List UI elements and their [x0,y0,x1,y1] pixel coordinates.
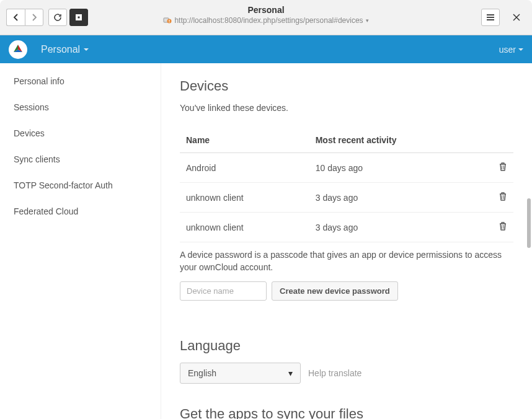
reload-button[interactable] [48,9,67,26]
browser-chrome: Personal http://localhost:8080/index.php… [0,0,532,35]
trash-icon[interactable] [499,162,507,174]
table-row: unknown client 3 days ago [180,183,513,213]
scrollbar-thumb[interactable] [527,198,531,248]
devices-section-title: Devices [180,78,513,94]
device-name-cell: Android [180,153,309,183]
device-activity-cell: 3 days ago [309,213,482,242]
sidebar-item-devices[interactable]: Devices [0,120,161,146]
device-password-note: A device password is a passcode that giv… [180,249,513,274]
col-action [482,128,513,153]
user-label: user [499,45,516,55]
caret-down-icon: ▾ [288,368,293,378]
app-logo[interactable] [9,40,27,59]
svg-rect-5 [169,22,170,22]
home-button[interactable] [69,9,88,26]
url-text: http://localhost:8080/index.php/settings… [174,16,363,25]
nav-label: Personal [41,44,80,55]
security-warning-icon [163,16,172,25]
apps-section-title: Get the apps to sync your files [180,406,513,419]
language-select[interactable]: English ▾ [180,363,301,384]
caret-down-icon [84,48,89,51]
trash-icon[interactable] [499,221,507,233]
sidebar: Personal info Sessions Devices Sync clie… [0,63,161,419]
help-translate-link[interactable]: Help translate [308,368,361,378]
svg-rect-2 [164,18,169,22]
device-activity-cell: 3 days ago [309,183,482,213]
svg-point-3 [167,19,172,24]
create-device-password-button[interactable]: Create new device password [272,281,398,301]
device-password-form: Create new device password [180,281,513,301]
browser-url-bar[interactable]: http://localhost:8080/index.php/settings… [163,16,368,25]
sidebar-item-sessions[interactable]: Sessions [0,94,161,120]
device-name-cell: unknown client [180,183,309,213]
table-header-row: Name Most recent activity [180,128,513,153]
sidebar-item-federated-cloud[interactable]: Federated Cloud [0,198,161,224]
trash-icon[interactable] [499,192,507,203]
device-name-input[interactable] [180,281,267,301]
hamburger-menu-button[interactable] [481,9,500,26]
back-button[interactable] [6,9,25,26]
close-window-button[interactable] [507,9,526,26]
svg-rect-4 [169,20,170,22]
forward-button[interactable] [25,9,43,26]
table-row: Android 10 days ago [180,153,513,183]
language-section-title: Language [180,338,513,354]
app-header: Personal user [0,35,532,63]
col-activity: Most recent activity [309,128,482,153]
nav-button-group [6,9,43,26]
devices-section-subtitle: You've linked these devices. [180,103,513,113]
svg-rect-1 [78,17,80,19]
language-row: English ▾ Help translate [180,363,513,384]
table-row: unknown client 3 days ago [180,213,513,242]
user-menu[interactable]: user [499,45,523,55]
device-name-cell: unknown client [180,213,309,242]
nav-breadcrumb-personal[interactable]: Personal [41,44,89,55]
sidebar-item-personal-info[interactable]: Personal info [0,68,161,94]
caret-down-icon [518,48,523,51]
devices-table: Name Most recent activity Android 10 day… [180,128,513,242]
dropdown-indicator-icon: ▾ [366,17,369,24]
app-body: Personal info Sessions Devices Sync clie… [0,63,532,419]
col-name: Name [180,128,309,153]
language-selected-value: English [188,368,216,378]
main-content: Devices You've linked these devices. Nam… [161,63,532,419]
sidebar-item-sync-clients[interactable]: Sync clients [0,146,161,172]
device-activity-cell: 10 days ago [309,153,482,183]
sidebar-item-totp[interactable]: TOTP Second-factor Auth [0,172,161,198]
